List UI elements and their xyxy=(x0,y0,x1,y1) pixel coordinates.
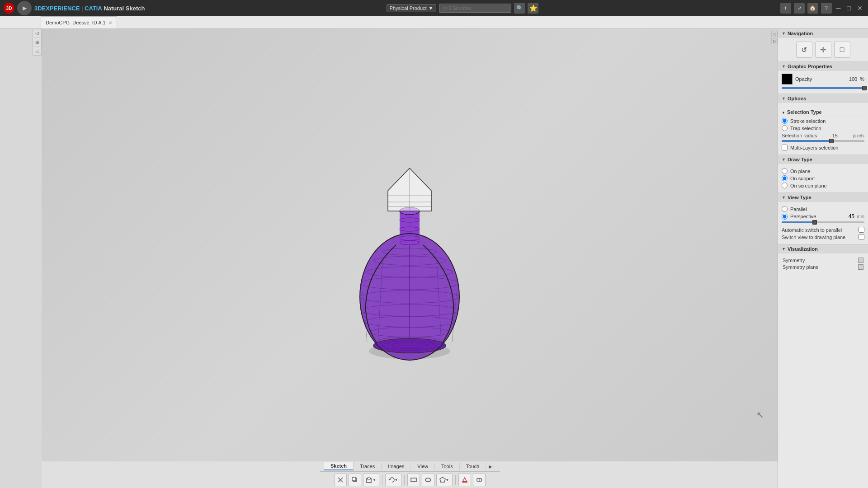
trap-selection-radio[interactable] xyxy=(782,125,788,131)
on-support-row: On support xyxy=(782,175,864,181)
maximize-button[interactable]: □ xyxy=(845,5,853,12)
perspective-slider[interactable] xyxy=(782,221,864,223)
copy-tool[interactable] xyxy=(349,474,361,486)
perspective-slider-thumb[interactable] xyxy=(812,220,817,225)
switch-view-checkbox[interactable] xyxy=(859,234,864,240)
undo-tool[interactable]: ▼ xyxy=(385,474,401,486)
draw-type-header[interactable]: ▼ Draw Type xyxy=(778,155,868,164)
product-selector[interactable]: Physical Product ▼ xyxy=(387,4,437,12)
fit-button[interactable]: □ xyxy=(834,42,850,58)
fit-icon: □ xyxy=(840,46,844,54)
perspective-label: Perspective xyxy=(790,214,816,219)
rectangle-icon xyxy=(410,477,417,483)
graphic-properties-header[interactable]: ▼ Graphic Properties xyxy=(778,62,868,71)
document-tab[interactable]: DemoCPG_Deesse_ID A.1 ✕ xyxy=(41,16,117,28)
panel-collapse-btn-1[interactable]: ◁ xyxy=(771,31,778,37)
polygon-dropdown-arrow: ▼ xyxy=(446,478,449,482)
options-arrow: ▼ xyxy=(782,96,786,101)
copy-icon xyxy=(352,477,358,483)
panel-collapse-btn-2[interactable]: ▷ xyxy=(771,38,778,44)
svg-rect-40 xyxy=(462,481,467,483)
close-button[interactable]: ✕ xyxy=(855,5,864,12)
tab-label: DemoCPG_Deesse_ID A.1 xyxy=(46,20,106,25)
fill-tool[interactable] xyxy=(458,474,471,486)
tab-close-icon[interactable]: ✕ xyxy=(108,20,112,25)
eraser-tool[interactable] xyxy=(473,474,486,486)
view-type-arrow: ▼ xyxy=(782,195,786,200)
catia-label: CATIA xyxy=(85,5,102,12)
multi-layers-checkbox[interactable] xyxy=(782,145,788,150)
play-button[interactable]: ▶ xyxy=(17,1,32,15)
left-panel: ◁ ⊞ ▭ xyxy=(33,29,42,56)
svg-point-38 xyxy=(425,478,431,482)
opacity-label: Opacity xyxy=(795,76,846,82)
svg-rect-34 xyxy=(352,477,356,481)
home-button[interactable]: 🏠 xyxy=(807,3,818,14)
selection-radius-thumb[interactable] xyxy=(829,139,834,143)
on-plane-radio[interactable] xyxy=(782,168,788,174)
on-screen-plane-radio[interactable] xyxy=(782,183,788,188)
toolbar-separator-3 xyxy=(455,475,456,485)
polygon-tool[interactable]: ▼ xyxy=(436,474,453,486)
on-screen-plane-label: On screen plane xyxy=(790,183,827,188)
minimize-button[interactable]: ─ xyxy=(835,5,843,12)
undo-dropdown-arrow: ▼ xyxy=(395,478,398,482)
opacity-slider-thumb[interactable] xyxy=(862,86,867,90)
toolbar-tab-more-arrow[interactable]: ▶ xyxy=(486,463,495,470)
left-btn-3[interactable]: ▭ xyxy=(33,47,41,56)
undo-button[interactable]: ↺ xyxy=(796,42,812,58)
svg-rect-37 xyxy=(411,478,416,482)
selection-type-header[interactable]: Selection Type xyxy=(782,108,864,116)
options-section: ▼ Options Selection Type Stroke selectio… xyxy=(778,94,868,155)
navigation-header[interactable]: ▼ Navigation xyxy=(778,29,868,38)
on-support-radio[interactable] xyxy=(782,175,788,181)
toolbar-tab-touch[interactable]: Touch xyxy=(460,463,486,470)
search-button[interactable]: 🔍 xyxy=(514,3,525,14)
auto-switch-checkbox[interactable] xyxy=(859,227,864,233)
color-swatch[interactable] xyxy=(782,74,793,84)
perspective-unit: mm xyxy=(857,214,864,219)
share-button[interactable]: ↗ xyxy=(794,3,805,14)
bookmark-button[interactable]: ⭐ xyxy=(528,3,538,14)
left-btn-2[interactable]: ⊞ xyxy=(33,38,41,47)
opacity-slider-track[interactable] xyxy=(782,87,864,89)
graphic-properties-title: Graphic Properties xyxy=(788,64,832,69)
paste-tool[interactable]: ▼ xyxy=(363,474,379,486)
cut-tool[interactable] xyxy=(334,474,347,486)
visualization-header[interactable]: ▼ Visualization xyxy=(778,244,868,253)
navigation-buttons: ↺ ✛ □ xyxy=(778,38,868,61)
perspective-row: Perspective 45 mm xyxy=(782,213,864,220)
parallel-label: Parallel xyxy=(790,206,807,212)
parallel-radio[interactable] xyxy=(782,206,788,212)
toolbar-tab-traces[interactable]: Traces xyxy=(354,463,382,470)
move-button[interactable]: ✛ xyxy=(815,42,831,58)
options-content: Selection Type Stroke selection Trap sel… xyxy=(778,103,868,155)
ellipse-tool[interactable] xyxy=(422,474,434,486)
toolbar-tab-images[interactable]: Images xyxy=(382,463,411,470)
search-input[interactable] xyxy=(439,4,511,13)
undo-icon xyxy=(388,477,395,483)
perspective-radio[interactable] xyxy=(782,214,788,220)
symmetry-plane-checkbox[interactable] xyxy=(858,264,863,270)
symmetry-checkbox[interactable] xyxy=(858,258,863,263)
help-button[interactable]: ? xyxy=(821,3,832,14)
draw-type-title: Draw Type xyxy=(788,157,812,162)
parallel-row: Parallel xyxy=(782,206,864,212)
draw-type-content: On plane On support On screen plane xyxy=(778,164,868,192)
rectangle-tool[interactable] xyxy=(407,474,420,486)
on-plane-label: On plane xyxy=(790,169,811,174)
product-label: Physical Product xyxy=(390,5,427,11)
selection-radius-label: Selection radius xyxy=(782,133,817,138)
selection-radius-value: 15 xyxy=(832,133,838,138)
stroke-selection-radio[interactable] xyxy=(782,118,788,124)
toolbar-tab-tools[interactable]: Tools xyxy=(435,463,460,470)
options-header[interactable]: ▼ Options xyxy=(778,94,868,103)
view-type-header[interactable]: ▼ View Type xyxy=(778,193,868,202)
toolbar-tab-view[interactable]: View xyxy=(411,463,435,470)
opacity-slider-fill xyxy=(782,87,864,89)
add-button[interactable]: + xyxy=(780,3,791,14)
left-btn-1[interactable]: ◁ xyxy=(33,29,41,38)
selection-radius-slider[interactable] xyxy=(782,140,864,142)
toolbar-tab-sketch[interactable]: Sketch xyxy=(324,462,354,470)
right-panel: ▼ Navigation ↺ ✛ □ ▼ Graphic Properties … xyxy=(778,29,868,488)
